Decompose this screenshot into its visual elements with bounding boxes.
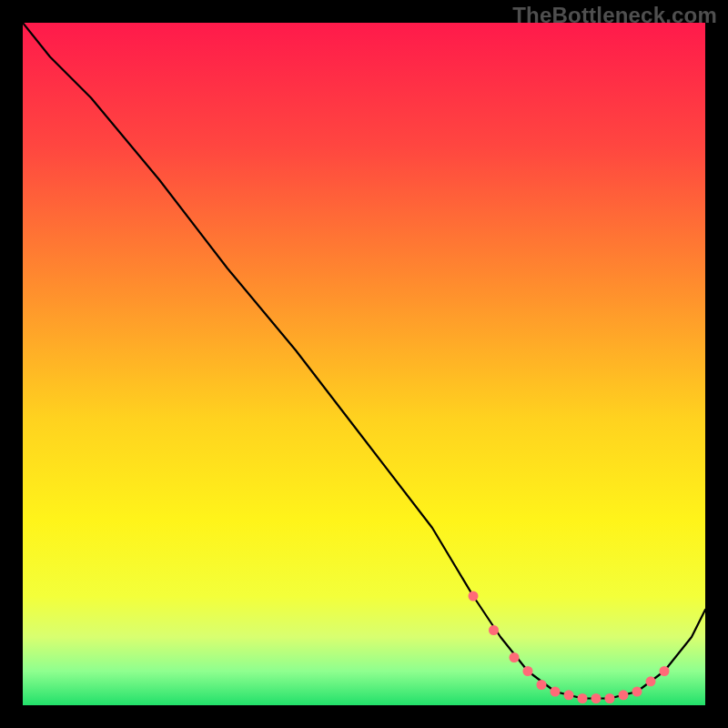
optimal-marker-dot bbox=[592, 693, 602, 703]
optimal-marker-dot bbox=[619, 690, 629, 700]
optimal-marker-dot bbox=[632, 687, 642, 697]
watermark-text: TheBottleneck.com bbox=[512, 3, 717, 28]
chart-frame: TheBottleneck.com bbox=[0, 0, 728, 728]
optimal-marker-dot bbox=[564, 690, 574, 700]
bottleneck-chart bbox=[23, 23, 705, 705]
gradient-background bbox=[23, 23, 705, 705]
optimal-marker-dot bbox=[551, 687, 561, 697]
optimal-marker-dot bbox=[660, 666, 670, 676]
optimal-marker-dot bbox=[646, 676, 656, 686]
optimal-marker-dot bbox=[605, 693, 615, 703]
optimal-marker-dot bbox=[578, 693, 588, 703]
optimal-marker-dot bbox=[469, 592, 479, 602]
optimal-marker-dot bbox=[510, 652, 520, 662]
optimal-marker-dot bbox=[489, 625, 499, 635]
optimal-marker-dot bbox=[537, 680, 547, 690]
optimal-marker-dot bbox=[523, 666, 533, 676]
